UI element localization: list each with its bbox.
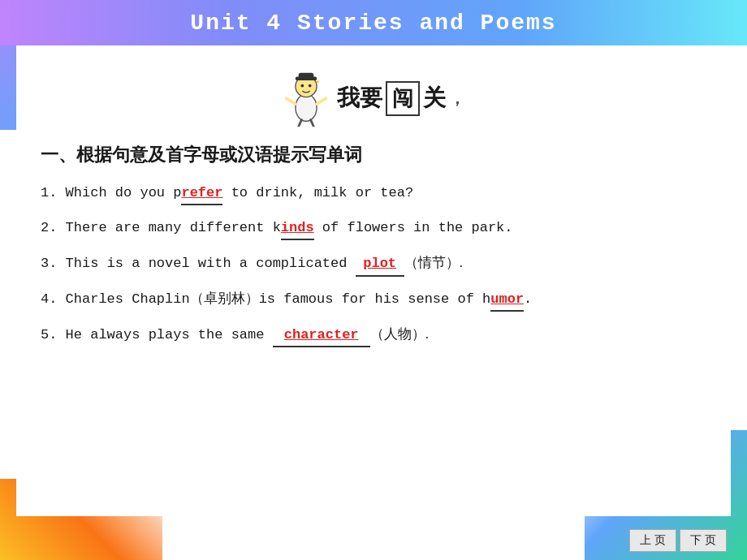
svg-line-8 [299, 120, 302, 127]
svg-line-9 [311, 120, 314, 127]
navigation-buttons: 上 页 下 页 [629, 529, 727, 552]
q1-text-before: Which do you p [66, 185, 182, 200]
question-item: 1. Which do you prefer to drink, milk or… [41, 182, 706, 205]
q2-answer: inds [281, 217, 314, 240]
svg-text:★: ★ [315, 77, 320, 86]
q4-number: 4. [41, 291, 57, 307]
q3-number: 3. [41, 256, 57, 271]
banner-text-woyao: 我要 [337, 83, 382, 114]
svg-point-4 [300, 84, 304, 88]
q1-text-after: to drink, milk or tea? [222, 185, 413, 200]
q5-answer: character [273, 324, 370, 347]
banner-area: ★ 我要 闯 关 ， [41, 70, 706, 127]
question-item: 3. This is a novel with a complicated pl… [41, 252, 706, 276]
banner-text-guan: 关 [423, 83, 446, 114]
q2-number: 2. [41, 220, 57, 235]
q2-text-after: of flowers in the park. [314, 220, 513, 235]
section-title: 一、根据句意及首字母或汉语提示写单词 [41, 143, 706, 167]
question-item: 4. Charles Chaplin（卓别林）is famous for his… [41, 288, 706, 312]
q3-text-before: This is a novel with a complicated [66, 256, 356, 271]
question-list: 1. Which do you prefer to drink, milk or… [41, 182, 706, 347]
next-button[interactable]: 下 页 [680, 529, 727, 552]
prev-button[interactable]: 上 页 [629, 529, 676, 552]
q1-number: 1. [41, 185, 57, 200]
q5-number: 5. [41, 327, 57, 342]
q2-text-before: There are many different k [66, 220, 281, 235]
banner-char-chuang: 闯 [386, 81, 420, 116]
svg-line-7 [317, 98, 326, 104]
svg-point-0 [296, 94, 317, 122]
q1-answer: refer [181, 182, 222, 205]
q5-text-before: He always plays the same [66, 327, 273, 342]
q3-hint: （情节）. [404, 255, 463, 270]
page-header: Unit 4 Stories and Poems [0, 0, 747, 45]
banner-comma: ， [449, 88, 465, 110]
q3-answer: plot [356, 252, 404, 276]
q4-answer: umor [490, 288, 524, 312]
svg-line-6 [287, 98, 296, 104]
question-item: 5. He always plays the same character（人物… [41, 323, 706, 347]
svg-point-5 [309, 84, 312, 88]
q4-text-after: . [524, 291, 532, 307]
q5-hint: （人物）. [370, 326, 429, 342]
cartoon-character-icon: ★ [282, 70, 330, 127]
page-title: Unit 4 Stories and Poems [190, 11, 556, 36]
banner-text: 我要 闯 关 ， [337, 81, 465, 116]
q4-text-before: Charles Chaplin（卓别林）is famous for his se… [66, 291, 491, 307]
question-item: 2. There are many different kinds of flo… [41, 217, 706, 240]
svg-rect-3 [299, 73, 314, 79]
main-content: ★ 我要 闯 关 ， 一、根据句意及首字母或汉语提示写单词 1. Which d… [16, 45, 731, 516]
